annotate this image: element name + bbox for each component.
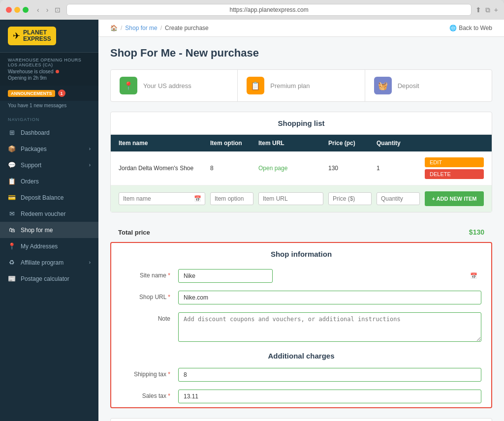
wizard-steps: 📍 Your US address 📋 Premium plan 🧺 Depos… <box>110 69 492 102</box>
shop-url-group: Shop URL * <box>111 287 491 308</box>
sidebar: ✈ PLANETEXPRESS WAREHOUSE OPENING HOURS … <box>0 20 98 421</box>
close-dot[interactable] <box>6 7 12 13</box>
announcements-row: ANNOUNCEMENTS 1 <box>0 86 98 101</box>
note-label: Note <box>121 312 170 322</box>
shipping-tax-label: Shipping tax * <box>121 368 170 378</box>
tabs-icon: ⊡ <box>55 6 61 14</box>
item-name-wrapper: 📅 <box>119 192 205 205</box>
calendar-icon2: 📅 <box>470 272 477 279</box>
sidebar-item-label: Dashboard <box>21 129 50 136</box>
warehouse-label: WAREHOUSE OPENING HOURS LOS ANGELES (CA) <box>8 58 91 67</box>
price-input[interactable] <box>328 192 372 205</box>
col-item-option: Item option <box>210 140 253 147</box>
minimize-dot[interactable] <box>14 7 20 13</box>
sidebar-item-support[interactable]: 💬 Support › <box>0 157 98 173</box>
announcements-badge: 1 <box>58 90 65 97</box>
sales-tax-input[interactable] <box>178 390 481 403</box>
postage-icon: 📰 <box>8 275 16 282</box>
sidebar-item-shopforme[interactable]: 🛍 Shop for me <box>0 222 98 238</box>
delete-button[interactable]: DELETE <box>425 169 484 179</box>
item-url-input[interactable] <box>258 192 323 205</box>
warehouse-title: Warehouse <box>111 419 492 421</box>
sidebar-item-addresses[interactable]: 📍 My Addresses <box>0 238 98 254</box>
deposit-icon: 💳 <box>8 194 16 201</box>
sidebar-item-label: Affiliate program <box>21 259 63 266</box>
shipping-tax-input[interactable] <box>178 368 481 382</box>
page-body: Shop For Me - New purchase 📍 Your US add… <box>98 37 504 421</box>
sales-tax-label: Sales tax * <box>121 390 170 399</box>
breadcrumb-current: Create purchase <box>165 25 209 31</box>
address-bar[interactable]: https://app.planetexpress.com <box>66 4 471 16</box>
add-item-button[interactable]: + ADD NEW ITEM <box>425 191 484 206</box>
back-to-web[interactable]: 🌐 Back to Web <box>449 25 492 31</box>
back-button[interactable]: ‹ <box>34 5 42 15</box>
add-item-row: 📅 + ADD NEW ITEM <box>111 185 492 212</box>
wizard-step-deposit[interactable]: 🧺 Deposit <box>365 70 492 101</box>
shop-info-title: Shop information <box>111 243 491 265</box>
page-title: Shop For Me - New purchase <box>110 47 492 60</box>
announcements-label: ANNOUNCEMENTS <box>8 90 55 97</box>
sales-tax-group: Sales tax * <box>111 386 491 407</box>
nav-section-label: NAVIGATION <box>0 112 98 124</box>
quantity-input[interactable] <box>377 192 420 205</box>
sidebar-item-voucher[interactable]: ✉ Redeem voucher <box>0 206 98 222</box>
step-premium-icon: 📋 <box>247 77 264 94</box>
breadcrumb: 🏠 / Shop for me / Create purchase <box>110 25 209 31</box>
cell-quantity: 1 <box>377 165 420 172</box>
shopping-list-title: Shopping list <box>111 112 492 135</box>
chevron-right-icon: › <box>89 146 91 151</box>
sidebar-item-label: Shop for me <box>21 227 53 234</box>
breadcrumb-sep: / <box>121 25 122 31</box>
total-value: $130 <box>469 228 484 236</box>
forward-button[interactable]: › <box>44 5 51 15</box>
cell-item-name: Jordan Delta Women's Shoe <box>119 165 205 172</box>
chevron-right-icon: › <box>89 162 91 168</box>
step-address-icon: 📍 <box>120 77 137 94</box>
warehouse-status-text: Warehouse is closed <box>8 69 53 74</box>
total-label: Total price <box>118 229 150 236</box>
share-button[interactable]: ⬆ <box>475 6 481 14</box>
warehouse-status: Warehouse is closed <box>8 69 91 74</box>
shop-url-label: Shop URL * <box>121 291 170 301</box>
app-container: ✈ PLANETEXPRESS WAREHOUSE OPENING HOURS … <box>0 20 504 421</box>
home-icon[interactable]: 🏠 <box>110 25 118 31</box>
sidebar-item-label: Orders <box>21 178 39 185</box>
new-tab-button[interactable]: + <box>494 6 498 14</box>
voucher-icon: ✉ <box>8 210 16 217</box>
breadcrumb-shopforme[interactable]: Shop for me <box>125 25 157 31</box>
warehouse-info: WAREHOUSE OPENING HOURS LOS ANGELES (CA)… <box>0 53 98 86</box>
item-option-input[interactable] <box>210 192 253 205</box>
sidebar-item-label: My Addresses <box>21 243 58 250</box>
note-input[interactable] <box>178 312 481 342</box>
chevron-right-icon: › <box>89 260 91 265</box>
col-item-name: Item name <box>119 140 205 147</box>
wizard-step-address[interactable]: 📍 Your US address <box>111 70 238 101</box>
sidebar-item-packages[interactable]: 📦 Packages › <box>0 141 98 157</box>
warehouse-section: Warehouse Warehouse Los Angeles (CA) <box>110 418 492 421</box>
sidebar-item-dashboard[interactable]: ⊞ Dashboard <box>0 124 98 141</box>
announcements-message: You have 1 new messages <box>0 101 98 112</box>
sidebar-item-deposit[interactable]: 💳 Deposit Balance <box>0 189 98 206</box>
sidebar-item-affiliate[interactable]: ♻ Affiliate program › <box>0 254 98 271</box>
shipping-tax-group: Shipping tax * <box>111 364 491 386</box>
sidebar-logo: ✈ PLANETEXPRESS <box>0 20 98 53</box>
sidebar-item-label: Packages <box>21 146 47 152</box>
site-name-input[interactable] <box>178 269 273 283</box>
copy-button[interactable]: ⧉ <box>485 6 490 14</box>
opening-time: Opening in 2h 9m <box>8 75 91 81</box>
table-header: Item name Item option Item URL Price (pc… <box>111 135 492 151</box>
support-icon: 💬 <box>8 161 16 169</box>
sidebar-item-postage[interactable]: 📰 Postage calculator <box>0 271 98 287</box>
shop-url-input[interactable] <box>178 291 481 304</box>
site-name-label: Site name * <box>121 269 170 279</box>
sidebar-item-orders[interactable]: 📋 Orders <box>0 173 98 189</box>
wizard-step-premium[interactable]: 📋 Premium plan <box>238 70 365 101</box>
site-name-wrapper: 📅 <box>178 269 481 283</box>
window-controls <box>6 7 29 13</box>
logo: ✈ PLANETEXPRESS <box>8 27 56 45</box>
step-deposit-label: Deposit <box>398 82 419 90</box>
maximize-dot[interactable] <box>23 7 29 13</box>
cell-item-url[interactable]: Open page <box>258 165 323 172</box>
item-name-input[interactable] <box>119 192 205 205</box>
edit-button[interactable]: EDIT <box>425 157 484 167</box>
